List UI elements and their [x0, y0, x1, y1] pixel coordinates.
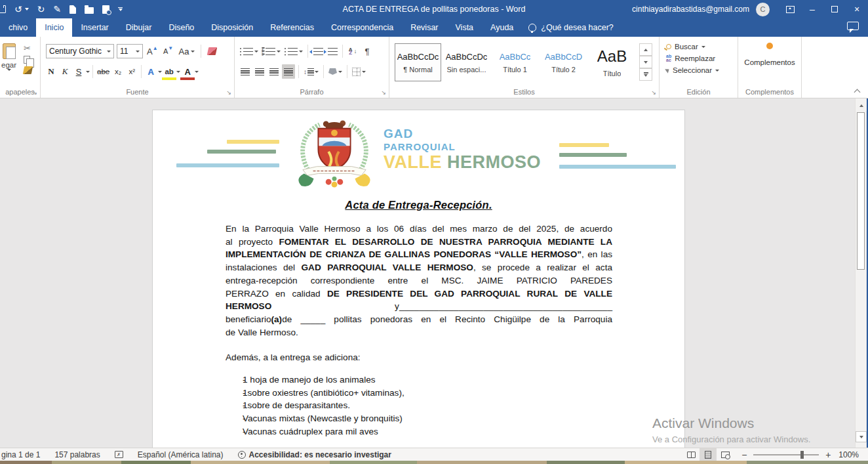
bold-button[interactable]: N	[45, 64, 58, 79]
replace-button[interactable]: abacReemplazar	[666, 54, 719, 62]
grow-font-button[interactable]: A▲	[146, 44, 159, 58]
style-card[interactable]: AaBbCcDcSin espaci...	[443, 43, 490, 81]
close-button[interactable]: ×	[846, 0, 868, 18]
copy-icon[interactable]	[24, 56, 30, 64]
increase-indent-button[interactable]	[326, 44, 339, 58]
draw-icon[interactable]: ✎	[53, 5, 61, 14]
vertical-scrollbar[interactable]	[855, 98, 866, 448]
underline-dropdown-icon[interactable]	[86, 71, 90, 73]
style-card[interactable]: AaBbCcTítulo 1	[492, 43, 538, 81]
align-center-button[interactable]	[253, 64, 266, 79]
font-dialog-launcher[interactable]: ↘	[226, 89, 231, 96]
styles-scroll-down-icon[interactable]	[639, 56, 652, 68]
tab-vista[interactable]: Vista	[447, 18, 483, 37]
scrollbar-thumb[interactable]	[857, 112, 865, 270]
bullets-button[interactable]	[239, 44, 260, 58]
superscript-button[interactable]: x²	[125, 64, 138, 79]
change-case-button[interactable]: Aa	[178, 44, 196, 58]
sort-button[interactable]: AZ↓	[346, 44, 359, 58]
read-mode-button[interactable]	[682, 448, 700, 461]
document-page[interactable]: GAD PARROQUIAL VALLE HERMOSO Acta de Ent…	[152, 110, 685, 448]
print-layout-button[interactable]	[700, 448, 717, 461]
shading-button[interactable]	[327, 64, 344, 79]
highlight-dropdown-icon[interactable]	[176, 71, 180, 73]
style-card[interactable]: AaBTítulo	[589, 43, 635, 81]
undo-dropdown-icon[interactable]	[25, 8, 29, 11]
tab-ayuda[interactable]: Ayuda	[482, 18, 522, 37]
tab-dibujar[interactable]: Dibujar	[117, 18, 161, 37]
paste-button[interactable]: egar	[1, 43, 16, 71]
addins-button[interactable]: Complementos	[738, 43, 801, 66]
style-card[interactable]: AaBbCcDc¶ Normal	[395, 43, 441, 81]
styles-scroll-up-icon[interactable]	[639, 43, 652, 56]
ribbon-display-options-icon[interactable]	[779, 0, 801, 18]
tab-insertar[interactable]: Insertar	[72, 18, 117, 37]
proofing-status[interactable]: ✗	[108, 451, 130, 458]
print-preview-icon[interactable]	[102, 5, 109, 14]
shrink-font-button[interactable]: A▼	[162, 44, 175, 58]
clipboard-dialog-launcher[interactable]: ↘	[32, 89, 37, 96]
tab-revisar[interactable]: Revisar	[402, 18, 446, 37]
decrease-indent-button[interactable]	[311, 44, 325, 58]
select-button[interactable]: Seleccionar	[666, 66, 719, 74]
language-indicator[interactable]: Español (América latina)	[130, 450, 231, 459]
align-right-button[interactable]	[267, 64, 281, 79]
cut-icon[interactable]: ✂	[24, 43, 32, 53]
show-marks-button[interactable]: ¶	[361, 44, 374, 58]
save-icon[interactable]	[0, 5, 6, 13]
text-effects-dropdown-icon[interactable]	[158, 71, 162, 73]
strikethrough-button[interactable]: abe	[96, 64, 111, 79]
zoom-in-button[interactable]: +	[824, 450, 832, 460]
minimize-button[interactable]: –	[801, 0, 823, 18]
tab-referencias[interactable]: Referencias	[262, 18, 323, 37]
tab-inicio[interactable]: Inicio	[36, 18, 72, 37]
numbering-button[interactable]	[261, 44, 282, 58]
find-button[interactable]: Buscar	[666, 43, 719, 51]
scroll-up-icon[interactable]	[856, 100, 867, 111]
align-left-button[interactable]	[239, 64, 252, 79]
styles-dialog-launcher[interactable]: ↘	[651, 89, 656, 96]
tab-correspondencia[interactable]: Correspondencia	[323, 18, 402, 37]
font-color-button[interactable]: A	[181, 64, 194, 79]
clear-formatting-button[interactable]	[206, 44, 219, 58]
accessibility-status[interactable]: Accesibilidad: es necesario investigar	[231, 450, 399, 459]
line-spacing-button[interactable]: ↕	[302, 64, 320, 79]
underline-button[interactable]: S	[72, 64, 85, 79]
styles-more-icon[interactable]	[639, 68, 652, 81]
highlight-button[interactable]: ab	[163, 64, 176, 79]
zoom-out-button[interactable]: −	[740, 450, 748, 460]
zoom-level[interactable]: 100%	[838, 450, 868, 459]
new-document-icon[interactable]	[69, 5, 76, 14]
font-name-combo[interactable]: Century Gothic	[46, 44, 114, 58]
page-indicator[interactable]: gina 1 de 1	[0, 450, 47, 459]
font-color-dropdown-icon[interactable]	[195, 71, 199, 73]
tab-diseno[interactable]: Diseño	[160, 18, 203, 37]
tab-disposicion[interactable]: Disposición	[203, 18, 262, 37]
collapse-ribbon-icon[interactable]	[855, 90, 861, 94]
text-effects-button[interactable]: A	[144, 64, 157, 79]
format-painter-icon[interactable]	[23, 66, 33, 74]
style-card[interactable]: AaBbCcDTítulo 2	[540, 43, 587, 81]
subscript-button[interactable]: x₂	[111, 64, 125, 79]
web-layout-button[interactable]	[717, 448, 734, 461]
font-size-combo[interactable]: 11	[117, 44, 143, 58]
maximize-button[interactable]	[823, 0, 846, 18]
justify-button[interactable]	[282, 64, 295, 79]
italic-button[interactable]: K	[58, 64, 71, 79]
tell-me[interactable]: ¿Qué desea hacer?	[522, 18, 620, 37]
redo-icon[interactable]: ↻	[37, 5, 45, 14]
undo-icon[interactable]: ↺	[14, 5, 22, 14]
zoom-slider-thumb[interactable]	[800, 451, 804, 459]
multilevel-list-button[interactable]	[283, 44, 304, 58]
paragraph-dialog-launcher[interactable]: ↘	[381, 89, 386, 96]
word-count[interactable]: 157 palabras	[47, 450, 107, 459]
zoom-slider[interactable]	[753, 454, 819, 455]
tab-archivo-clipped[interactable]: chivo	[0, 18, 36, 37]
comments-icon[interactable]	[847, 22, 859, 30]
qat-customize-icon[interactable]	[118, 7, 123, 12]
account-email[interactable]: cinthiayadirabastidas@gmail.com	[632, 5, 749, 14]
scroll-down-icon[interactable]	[856, 431, 867, 442]
borders-button[interactable]	[351, 64, 367, 79]
open-icon[interactable]	[85, 7, 94, 14]
avatar[interactable]: C	[756, 3, 770, 16]
